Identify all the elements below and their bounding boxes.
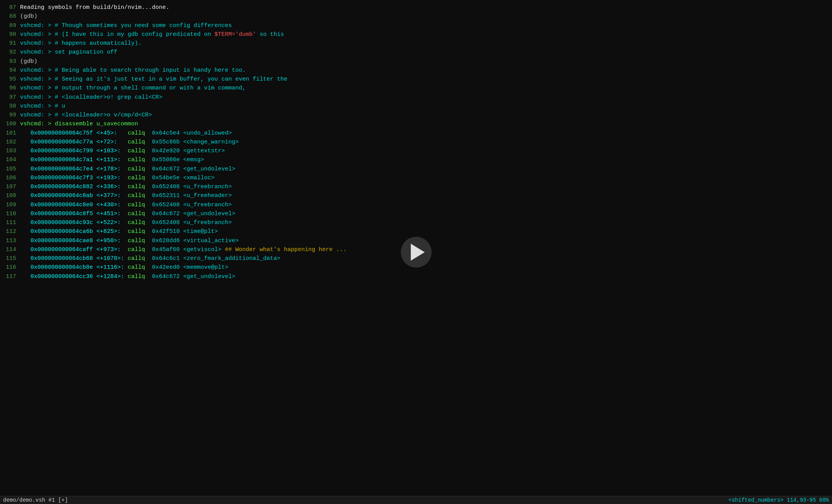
terminal-line: 99vshcmd: > # <localleader>o v/cmp/d<CR> [0, 111, 832, 120]
line-content: Reading symbols from build/bin/nvim...do… [20, 3, 169, 12]
line-content: 0x55c86b <change_warning> [149, 138, 239, 147]
line-content: 0x652408 <u_freebranch> [149, 218, 232, 227]
line-content: callq [124, 201, 149, 209]
play-button[interactable] [401, 237, 432, 268]
line-content: callq [124, 209, 149, 218]
line-content: 0x64c672 <get_undolevel> [149, 165, 235, 174]
terminal-line: 107 0x000000000064c882 <+336>: callq 0x6… [0, 182, 832, 191]
line-content: 0x42eed0 <memmove@plt> [149, 263, 228, 272]
line-content: 0x652311 <u_freeheader> [149, 191, 232, 200]
line-number: 93 [2, 57, 20, 66]
line-content: callq [124, 227, 149, 236]
line-content: 0x000000000064c77a <+72>: [20, 138, 124, 147]
terminal: 87Reading symbols from build/bin/nvim...… [0, 0, 832, 504]
terminal-line: 88(gdb) [0, 12, 832, 21]
line-number: 94 [2, 66, 20, 75]
line-content: callq [124, 138, 149, 147]
line-number: 114 [2, 245, 20, 254]
status-left: demo/demo.vsh #1 [+] [3, 497, 68, 503]
line-content: vshcmd: > # Though sometimes you need so… [20, 21, 232, 30]
terminal-line: 117 0x000000000064cc36 <+1284>: callq 0x… [0, 272, 832, 281]
line-content: 0x000000000064ca6b <+825>: [20, 227, 124, 236]
status-right: <shifted_numbers> 114,93-95 68% [729, 497, 829, 503]
terminal-line: 108 0x000000000064c8ab <+377>: callq 0x6… [0, 191, 832, 200]
line-number: 95 [2, 75, 20, 84]
line-number: 105 [2, 165, 20, 174]
line-content: 0x64c672 <get_undolevel> [149, 209, 235, 218]
terminal-line: 100vshcmd: > disassemble u_savecommon [0, 120, 832, 128]
line-number: 96 [2, 84, 20, 93]
line-number: 117 [2, 272, 20, 281]
line-number: 92 [2, 48, 20, 57]
status-bar: demo/demo.vsh #1 [+] <shifted_numbers> 1… [0, 496, 832, 504]
terminal-line: 95vshcmd: > # Seeing as it's just text i… [0, 75, 832, 84]
line-content: 0x000000000064cc36 <+1284>: [20, 272, 124, 281]
line-number: 107 [2, 182, 20, 191]
line-content: vshcmd: > # output through a shell comma… [20, 84, 246, 93]
line-content: vshcmd: > # Seeing as it's just text in … [20, 75, 287, 84]
terminal-line: 93(gdb) [0, 57, 832, 66]
line-number: 91 [2, 39, 20, 48]
line-number: 103 [2, 147, 20, 155]
line-number: 111 [2, 218, 20, 227]
terminal-line: 111 0x000000000064c93c <+522>: callq 0x6… [0, 218, 832, 227]
terminal-line: 105 0x000000000064c7e4 <+178>: callq 0x6… [0, 165, 832, 174]
line-content: 0x64c672 <get_undolevel> [149, 272, 235, 281]
line-content: vshcmd: > # u [20, 102, 65, 111]
terminal-line: 110 0x000000000064c8f5 <+451>: callq 0x6… [0, 209, 832, 218]
terminal-line: 87Reading symbols from build/bin/nvim...… [0, 3, 832, 12]
line-content: 0x000000000064cb8e <+1116>: [20, 263, 124, 272]
line-content: vshcmd: > # <localleader>o! grep call<CR… [20, 93, 162, 102]
line-content: callq [124, 218, 149, 227]
line-content: 0x628dd6 <virtual_active> [149, 236, 239, 245]
line-content: 0x000000000064cb68 <+1078>: [20, 254, 124, 263]
line-content: callq [124, 129, 149, 138]
terminal-line: 103 0x000000000064c799 <+103>: callq 0x4… [0, 147, 832, 155]
line-content: vshcmd: > # happens automatically). [20, 39, 142, 48]
line-content: callq [124, 165, 149, 174]
line-content: callq [124, 236, 149, 245]
line-content: 0x000000000064caff <+973>: [20, 245, 124, 254]
line-number: 106 [2, 174, 20, 182]
line-content: vshcmd: > disassemble u_savecommon [20, 120, 138, 128]
line-number: 116 [2, 263, 20, 272]
line-number: 90 [2, 30, 20, 39]
terminal-line: 109 0x000000000064c8e0 <+430>: callq 0x6… [0, 201, 832, 209]
line-number: 113 [2, 236, 20, 245]
line-number: 100 [2, 120, 20, 128]
line-content: 0x000000000064c882 <+336>: [20, 182, 124, 191]
line-content: (gdb) [20, 57, 37, 66]
terminal-line: 106 0x000000000064c7f3 <+193>: callq 0x5… [0, 174, 832, 182]
terminal-line: 112 0x000000000064ca6b <+825>: callq 0x4… [0, 227, 832, 236]
line-number: 102 [2, 138, 20, 147]
line-content: vshcmd: > set pagination off [20, 48, 117, 57]
terminal-line: 91vshcmd: > # happens automatically). [0, 39, 832, 48]
line-content: (gdb) [20, 12, 37, 21]
line-content: callq [124, 174, 149, 182]
terminal-line: 92vshcmd: > set pagination off [0, 48, 832, 57]
line-content: vshcmd: > # (I have this in my gdb confi… [20, 30, 214, 39]
line-content: 0x000000000064c8e0 <+430>: [20, 201, 124, 209]
line-content: 0x000000000064c7e4 <+178>: [20, 165, 124, 174]
terminal-line: 94vshcmd: > # Being able to search throu… [0, 66, 832, 75]
line-number: 109 [2, 201, 20, 209]
line-content: callq [124, 182, 149, 191]
line-number: 104 [2, 155, 20, 164]
line-number: 99 [2, 111, 20, 120]
line-number: 115 [2, 254, 20, 263]
terminal-line: 96vshcmd: > # output through a shell com… [0, 84, 832, 93]
line-content: 0x000000000064c8ab <+377>: [20, 191, 124, 200]
line-content: 0x000000000064c8f5 <+451>: [20, 209, 124, 218]
line-number: 108 [2, 191, 20, 200]
line-content: ## Wonder what's happening here ... [221, 245, 346, 254]
line-content: 0x000000000064c93c <+522>: [20, 218, 124, 227]
line-content: vshcmd: > # <localleader>o v/cmp/d<CR> [20, 111, 152, 120]
terminal-line: 97vshcmd: > # <localleader>o! grep call<… [0, 93, 832, 102]
line-number: 97 [2, 93, 20, 102]
line-content: 0x45af60 <getviscol> [149, 245, 221, 254]
line-content: $TERM='dumb' [214, 30, 256, 39]
line-content: 0x42f510 <time@plt> [149, 227, 218, 236]
line-content: 0x000000000064c75f <+45>: [20, 129, 124, 138]
line-number: 89 [2, 21, 20, 30]
line-content: 0x42e920 <gettextstr> [149, 147, 225, 155]
